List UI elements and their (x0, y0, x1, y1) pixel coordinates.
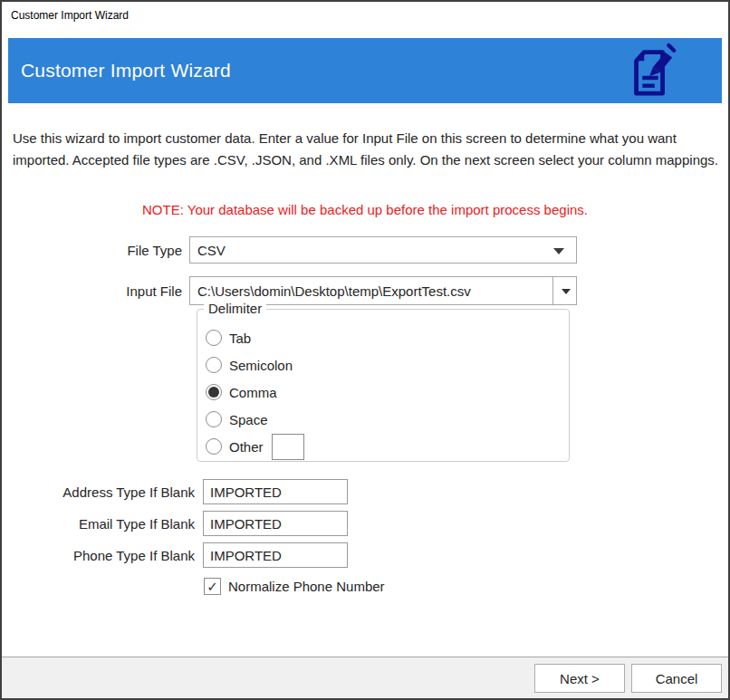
phone-type-label: Phone Type If Blank (2, 548, 195, 563)
radio-tab[interactable]: Tab (206, 325, 569, 350)
email-type-label: Email Type If Blank (2, 516, 195, 532)
delimiter-legend: Delimiter (204, 301, 266, 316)
radio-icon (206, 357, 222, 373)
address-type-field[interactable] (203, 479, 348, 504)
radio-comma[interactable]: Comma (206, 379, 569, 405)
radio-space[interactable]: Space (206, 407, 569, 432)
next-button[interactable]: Next > (534, 664, 625, 693)
input-file-row: Input File (2, 276, 577, 305)
banner: Customer Import Wizard (8, 38, 722, 103)
delimiter-options: Tab Semicolon Comma Space Other (197, 310, 569, 459)
input-file-label: Input File (2, 283, 182, 299)
file-type-dropdown[interactable]: CSV (189, 236, 577, 264)
address-type-label: Address Type If Blank (2, 484, 195, 500)
radio-selected-icon (206, 384, 222, 400)
page-title: Customer Import Wizard (21, 60, 231, 82)
phone-type-row: Phone Type If Blank (2, 542, 348, 568)
email-type-row: Email Type If Blank (2, 511, 348, 536)
radio-icon (206, 411, 222, 427)
normalize-phone-label: Normalize Phone Number (228, 579, 385, 594)
customer-import-wizard-window: Customer Import Wizard Customer Import W… (0, 0, 730, 700)
window-title: Customer Import Wizard (11, 9, 129, 22)
title-bar: Customer Import Wizard (2, 2, 728, 36)
address-type-row: Address Type If Blank (2, 479, 348, 504)
file-type-label: File Type (2, 243, 182, 258)
file-type-value: CSV (197, 243, 226, 258)
radio-other[interactable]: Other (206, 434, 569, 459)
footer-bar: Next > Cancel (2, 657, 728, 698)
radio-semicolon[interactable]: Semicolon (206, 352, 569, 378)
note-edit-icon (624, 43, 677, 99)
checkbox-checked-icon: ✓ (204, 578, 221, 595)
email-type-field[interactable] (203, 511, 348, 536)
cancel-button[interactable]: Cancel (631, 664, 722, 693)
phone-type-field[interactable] (203, 542, 348, 568)
chevron-down-icon (553, 248, 564, 254)
radio-icon (206, 438, 222, 455)
chevron-down-icon (562, 289, 571, 294)
file-type-row: File Type CSV (2, 236, 577, 264)
other-delimiter-input[interactable] (272, 434, 304, 460)
backup-note: NOTE: Your database will be backed up be… (2, 202, 728, 217)
input-file-dropdown-button[interactable] (552, 277, 576, 304)
radio-icon (206, 330, 222, 346)
delimiter-groupbox: Delimiter Tab Semicolon Comma Space Othe… (197, 309, 570, 462)
intro-text: Use this wizard to import customer data.… (13, 128, 722, 171)
normalize-phone-checkbox[interactable]: ✓ Normalize Phone Number (204, 578, 385, 595)
